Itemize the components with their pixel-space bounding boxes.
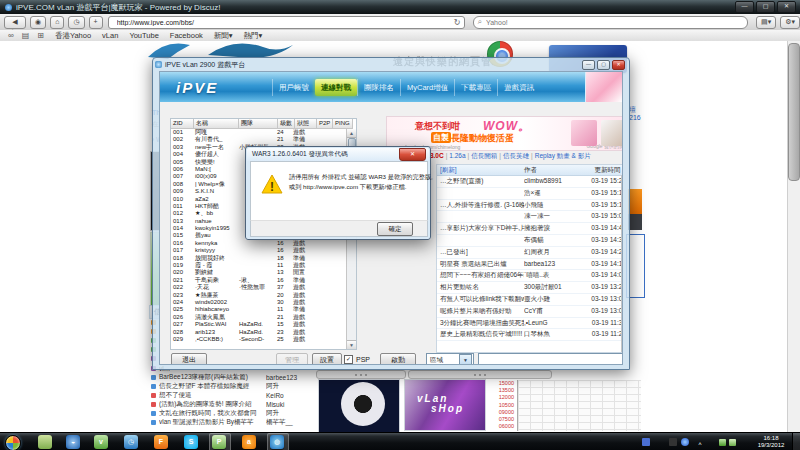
thread-title[interactable]: 文乱在旅行既時間，我次次都會同: [159, 409, 258, 418]
forum-title[interactable]: …之野望(直播): [437, 176, 524, 187]
player-row[interactable]: 019 霞 - 霞 11 遊戲: [171, 262, 356, 269]
topsites-grid-icon[interactable]: ⊞: [37, 31, 44, 40]
exit-button[interactable]: 退出: [171, 353, 207, 365]
tray-icon-green1[interactable]: [719, 439, 726, 446]
browser-maximize-button[interactable]: ▢: [756, 1, 775, 13]
forum-title[interactable]: 明星賽 票選結果已出爐: [437, 259, 524, 270]
forum-row[interactable]: 明星賽 票選結果已出爐 barbea123 03-19 14:15: [437, 259, 623, 271]
clock-app-icon[interactable]: ◷: [124, 435, 138, 449]
link-item[interactable]: 信長英雄: [503, 152, 529, 159]
bookmark-item[interactable]: vLan: [102, 31, 118, 41]
link-item[interactable]: 1.26a: [449, 152, 465, 159]
bookmark-item[interactable]: 香港Yahoo: [55, 31, 91, 41]
scroll-down-icon[interactable]: ▼: [347, 340, 356, 349]
bookmark-item[interactable]: YouTube: [129, 31, 158, 41]
back-forward-buttons[interactable]: ◀ ▶: [4, 16, 26, 29]
bookmark-item[interactable]: 熱門▾: [244, 31, 263, 41]
col-zid[interactable]: ZID: [171, 119, 194, 129]
col-status[interactable]: 狀態: [295, 119, 317, 129]
forum-row[interactable]: …享影片)大家分享下D神手,片04 擁抱著淚 03-19 14:48: [437, 223, 623, 235]
thread-title[interactable]: 想不了便逼: [159, 391, 258, 400]
bookmark-item[interactable]: 新聞▾: [214, 31, 233, 41]
player-row[interactable]: 025 hihiabcareyo 11 準備: [171, 306, 356, 313]
app-maximize-button[interactable]: ▢: [597, 60, 610, 70]
chat-input-field[interactable]: [479, 359, 623, 365]
refresh-link[interactable]: [刷新]: [437, 165, 524, 175]
thread-title[interactable]: vlan 聖誕派對活動影片 By楊芊芊: [159, 418, 258, 427]
app-tab[interactable]: 團隊排名: [357, 79, 400, 96]
reader-glasses-icon[interactable]: ∞: [8, 31, 14, 40]
ipve-app-icon[interactable]: P: [212, 435, 226, 449]
app-titlebar[interactable]: iPVE vLan 2900 遊戲平台 — ▢ ✕: [153, 58, 629, 71]
forum-row[interactable]: …人,外掛等進行修復. (3-16晚 小飛隨 03-19 15:10: [437, 200, 623, 212]
forum-row[interactable]: 想問下~~~有家姐冇細佬06年玩到而家玩家??知既話+ ˋ嘻嘻..表 03-19…: [437, 270, 623, 282]
forum-title[interactable]: 歷史上最精彩既信長守城!!!!!!: [437, 329, 524, 340]
carousel-tabs-left[interactable]: [316, 370, 406, 379]
player-row[interactable]: 024 winds02002 30 遊戲: [171, 299, 356, 306]
back-icon[interactable]: ◀: [12, 18, 17, 25]
address-bar[interactable]: ↻: [108, 16, 465, 29]
globe-app-icon[interactable]: ◍: [270, 435, 284, 449]
ok-button[interactable]: 確定: [377, 222, 413, 236]
bookmarks-book-icon[interactable]: ▤: [22, 31, 30, 40]
right-link-fragment2[interactable]: 216: [629, 114, 641, 121]
forum-col-author[interactable]: 作者: [524, 165, 586, 175]
forum-title[interactable]: 有無人可以比條link我下載翻war3..我先左撇=[: [437, 294, 524, 305]
forum-row[interactable]: 凍一凍一 03-19 15:00: [437, 211, 623, 223]
forum-row[interactable]: 有無人可以比條link我下載翻war3..我先左撇=[ 靈火小雞 03-19 1…: [437, 294, 623, 306]
forum-title[interactable]: …享影片)大家分享下D神手,片04: [437, 223, 524, 234]
psp-checkbox-group[interactable]: ✓ PSP: [344, 355, 370, 364]
player-row[interactable]: 020 劉鎮鍵 13 閒置: [171, 269, 356, 276]
forum-title[interactable]: [437, 235, 524, 246]
link-item[interactable]: Replay 動畫 & 影片: [535, 152, 591, 159]
player-row[interactable]: 029 ,•CCKBB:) -SeconD- 25 遊戲: [171, 336, 356, 343]
app-close-button[interactable]: ✕: [612, 60, 625, 70]
player-row[interactable]: 018 放閒我好終 18 準備: [171, 255, 356, 262]
refresh-icon[interactable]: ↻: [454, 18, 461, 27]
forum-row[interactable]: …之野望(直播) climbw58991 03-19 15:21: [437, 176, 623, 188]
player-row[interactable]: 027 PlaStic.WAI HaZaRd. 15 遊戲: [171, 321, 356, 328]
app-tab[interactable]: MyCard增值: [400, 79, 454, 96]
settings-button[interactable]: 設置: [312, 353, 342, 365]
forum-row[interactable]: …已發出] 幻周夜月 03-19 14:26: [437, 247, 623, 259]
browser-close-button[interactable]: ✕: [777, 1, 796, 13]
forum-row[interactable]: 相片更動咗名 300最討厭01 03-19 13:24: [437, 282, 623, 294]
tray-icon-globe[interactable]: [681, 438, 689, 446]
psp-checkbox[interactable]: ✓: [344, 355, 353, 364]
player-row[interactable]: 001 阿嘎 24 遊戲: [171, 129, 356, 136]
col-p2p[interactable]: P2P: [317, 119, 333, 129]
avast-icon[interactable]: a: [242, 435, 256, 449]
forum-title[interactable]: [437, 211, 524, 222]
start-button[interactable]: [5, 435, 21, 450]
forum-row[interactable]: 歷史上最精彩既信長守城!!!!!! 口琴林魚 03-19 11:24: [437, 329, 623, 341]
home-button[interactable]: ⌂: [50, 16, 64, 29]
player-row[interactable]: 028 arib123 HaZaRd. 23 遊戲: [171, 329, 356, 336]
carousel-tabs-right[interactable]: [408, 370, 552, 379]
player-row[interactable]: 026 清澈火鳳凰 21 遊戲: [171, 314, 356, 321]
tray-icon-dark[interactable]: [669, 438, 677, 446]
forum-title[interactable]: 呢條片整片果啲有係好勁: [437, 306, 524, 317]
forum-title[interactable]: [437, 188, 524, 199]
bookmark-button[interactable]: ◉: [30, 16, 46, 29]
users-app-icon[interactable]: [38, 435, 52, 449]
thread-title[interactable]: 信長之野望F 本體存檔如除魔經: [159, 382, 258, 391]
col-name[interactable]: 名稱: [194, 119, 239, 129]
forum-row[interactable]: 浩×暹 03-19 15:16: [437, 188, 623, 200]
link-item[interactable]: 信長開箱: [471, 152, 497, 159]
new-tab-button[interactable]: +: [89, 16, 103, 29]
player-row[interactable]: 021 千島莉乘 -湫、 16 準備: [171, 277, 356, 284]
chevron-down-icon[interactable]: ▼: [459, 354, 472, 365]
chat-input[interactable]: [478, 353, 623, 365]
app-tab[interactable]: 用戶帳號: [272, 79, 315, 96]
vlan-shop-banner[interactable]: vLan sHop: [404, 379, 486, 431]
page-menu-button[interactable]: ▤▾: [756, 16, 776, 29]
tray-icon-blue[interactable]: [642, 438, 650, 446]
forum-title[interactable]: 3分鐘比賽唔同場境扭曲笑死我戲屁笑w0w: [437, 318, 524, 329]
dialog-close-button[interactable]: ✕: [399, 148, 426, 161]
forum-title[interactable]: 相片更動咗名: [437, 282, 524, 293]
bookmark-item[interactable]: Facebook: [170, 31, 203, 41]
foxy-icon[interactable]: F: [154, 435, 168, 449]
forum-title[interactable]: …已發出]: [437, 247, 524, 258]
history-button[interactable]: ◷: [68, 16, 84, 29]
col-ping[interactable]: PING: [333, 119, 353, 129]
